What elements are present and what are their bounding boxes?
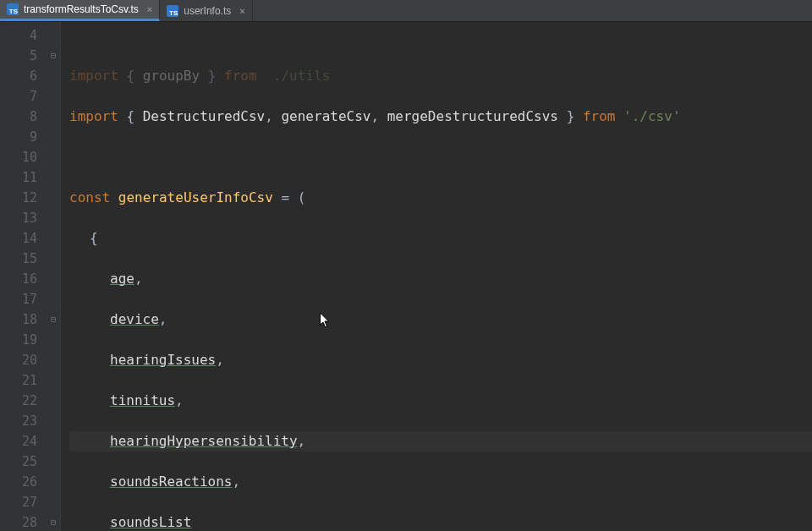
close-icon[interactable]: × [144,4,152,14]
line-number: 24 [0,431,37,452]
code-line [69,147,812,167]
line-number: 5 [0,46,37,66]
tab-bar: TS transformResultsToCsv.ts × TS userInf… [0,0,812,22]
code-line: soundsList [69,512,812,531]
fold-marker-icon[interactable]: ⊟ [51,46,56,66]
ts-file-icon: TS [167,5,178,17]
line-number: 10 [0,147,37,167]
line-number: 4 [0,25,37,46]
code-line: hearingIssues, [69,350,812,370]
line-number: 25 [0,452,37,472]
line-number: 26 [0,472,37,492]
line-number: 19 [0,330,37,350]
code-line: tinnitus, [69,391,812,411]
line-number: 28 [0,512,37,531]
editor[interactable]: 4567891011121314151617181920212223242526… [0,22,812,531]
tab-transform-results[interactable]: TS transformResultsToCsv.ts × [0,0,160,21]
tab-user-info[interactable]: TS userInfo.ts × [160,0,252,21]
code-line: soundsReactions, [69,472,812,492]
line-number: 23 [0,411,37,431]
line-number: 9 [0,127,37,147]
line-number: 15 [0,249,37,269]
line-number: 13 [0,208,37,228]
line-number: 20 [0,350,37,370]
line-number: 16 [0,269,37,289]
close-icon[interactable]: × [236,6,244,16]
tab-label: userInfo.ts [184,5,231,17]
line-number: 7 [0,86,37,107]
code-area[interactable]: import { groupBy } from ./utils import {… [61,22,812,531]
tab-label: transformResultsToCsv.ts [24,3,139,15]
code-line: { [69,228,812,249]
line-number: 6 [0,66,37,86]
line-number-gutter: 4567891011121314151617181920212223242526… [0,22,49,531]
fold-marker-icon[interactable]: ⊟ [51,512,56,531]
line-number: 22 [0,391,37,411]
code-line: import { DestructuredCsv, generateCsv, m… [69,107,812,127]
line-number: 8 [0,107,37,127]
code-line: import { groupBy } from ./utils [69,66,812,86]
code-line: device, [69,309,812,330]
fold-gutter: ⊟ ⊟ ⊟ [49,22,61,531]
ts-file-icon: TS [7,3,19,15]
line-number: 14 [0,228,37,249]
line-number: 21 [0,370,37,391]
code-line: const generateUserInfoCsv = ( [69,188,812,208]
code-line: age, [69,269,812,289]
line-number: 18 [0,309,37,330]
code-line: hearingHypersensibility, [69,431,812,452]
line-number: 11 [0,167,37,188]
line-number: 17 [0,289,37,309]
line-number: 27 [0,492,37,512]
line-number: 12 [0,188,37,208]
fold-marker-icon[interactable]: ⊟ [51,309,56,330]
